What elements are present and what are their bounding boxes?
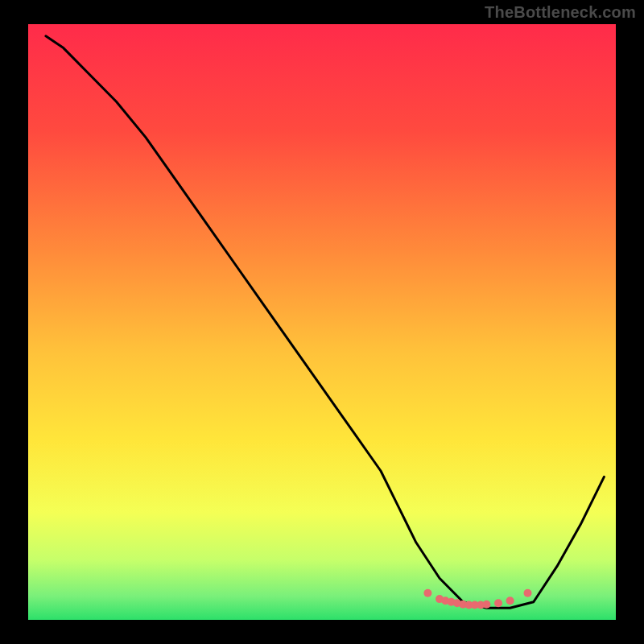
- chart-frame: TheBottleneck.com: [0, 0, 644, 644]
- plot-background: [28, 24, 616, 620]
- optimal-dot: [482, 601, 490, 609]
- optimal-dot: [494, 599, 502, 607]
- watermark-text: TheBottleneck.com: [485, 3, 636, 22]
- optimal-dot: [423, 589, 431, 597]
- optimal-dot: [506, 597, 514, 605]
- optimal-dot: [524, 589, 532, 597]
- chart-svg: [0, 0, 644, 644]
